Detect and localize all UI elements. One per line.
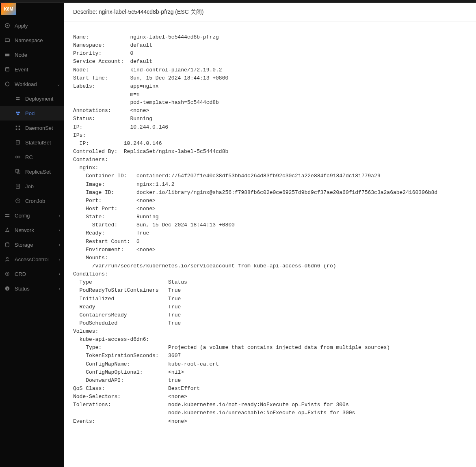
nav-label: ReplicaSet xyxy=(25,169,51,175)
chevron-down-icon: ⌄ xyxy=(57,82,60,86)
svg-point-43 xyxy=(6,273,8,275)
statefulset-icon xyxy=(15,139,21,146)
namespace-icon xyxy=(4,37,11,43)
topbar xyxy=(0,0,476,3)
nav-label: Pod xyxy=(25,110,35,116)
svg-point-1 xyxy=(6,25,8,26)
nav-label: CronJob xyxy=(25,198,45,204)
chevron-right-icon: › xyxy=(59,257,60,262)
job-icon xyxy=(15,183,21,189)
chevron-right-icon: › xyxy=(59,286,60,291)
event-icon xyxy=(4,66,11,73)
nav-accesscontrol[interactable]: AccessControl› xyxy=(0,252,64,267)
svg-rect-16 xyxy=(16,129,17,130)
nav-label: Apply xyxy=(15,23,28,29)
svg-point-31 xyxy=(6,214,7,215)
nav-workload[interactable]: Workload⌄ xyxy=(0,77,64,91)
svg-rect-10 xyxy=(16,99,20,100)
nav-event[interactable]: Event xyxy=(0,62,64,77)
nav-label: DaemonSet xyxy=(25,125,53,131)
nav-label: Event xyxy=(15,67,28,73)
describe-output: Name: nginx-label-5c5444cd8b-pfrzg Names… xyxy=(73,33,467,426)
replicaset-icon xyxy=(15,168,21,175)
nav-label: Deployment xyxy=(25,96,53,102)
nav-label: StatefulSet xyxy=(25,140,51,146)
svg-point-20 xyxy=(16,156,18,158)
nav-config[interactable]: Config› xyxy=(0,208,64,223)
nav-namespace[interactable]: Namespace xyxy=(0,33,64,47)
svg-text:i: i xyxy=(7,287,8,291)
svg-rect-14 xyxy=(16,126,17,127)
page-title: Describe: nginx-label-5c5444cd8b-pfrzg (… xyxy=(73,9,203,15)
cronjob-icon xyxy=(15,198,21,204)
svg-rect-18 xyxy=(16,141,20,144)
nav-apply[interactable]: Apply xyxy=(0,18,64,33)
svg-point-13 xyxy=(17,113,19,115)
nav-label: Status xyxy=(15,286,30,292)
svg-point-33 xyxy=(7,216,9,217)
node-icon xyxy=(4,52,11,58)
svg-rect-9 xyxy=(16,97,20,99)
nav-label: Network xyxy=(15,227,34,233)
nav-statefulset[interactable]: StatefulSet xyxy=(0,135,64,150)
nav-label: Storage xyxy=(15,242,33,248)
svg-point-40 xyxy=(6,243,9,244)
pod-icon xyxy=(15,110,21,116)
nav-job[interactable]: Job xyxy=(0,179,64,194)
svg-line-37 xyxy=(6,228,8,232)
svg-rect-2 xyxy=(5,39,10,42)
deployment-icon xyxy=(15,95,21,102)
nav-deployment[interactable]: Deployment xyxy=(0,91,64,106)
chevron-right-icon: › xyxy=(59,272,60,276)
nav-label: Job xyxy=(25,183,34,189)
nav-network[interactable]: Network› xyxy=(0,223,64,237)
rc-icon xyxy=(15,154,21,160)
svg-line-38 xyxy=(7,228,9,232)
sidebar: K8M ApplyNamespaceNodeEventWorkload⌄Depl… xyxy=(0,3,64,467)
nav-storage[interactable]: Storage› xyxy=(0,237,64,252)
nav-pod[interactable]: Pod xyxy=(0,106,64,121)
nav-node[interactable]: Node xyxy=(0,47,64,62)
nav-label: Workload xyxy=(15,81,37,87)
nav-replicaset[interactable]: ReplicaSet xyxy=(0,164,64,179)
apply-icon xyxy=(4,22,11,29)
nav-label: CRD xyxy=(15,271,26,277)
crd-icon xyxy=(4,271,11,277)
status-icon: i xyxy=(4,285,11,292)
accesscontrol-icon xyxy=(4,256,11,263)
nav-crd[interactable]: CRD› xyxy=(0,267,64,281)
svg-rect-15 xyxy=(19,126,20,127)
config-icon xyxy=(4,212,11,219)
nav-status[interactable]: iStatus› xyxy=(0,281,64,296)
daemonset-icon xyxy=(15,125,21,131)
svg-rect-4 xyxy=(5,55,10,56)
nav-rc[interactable]: RC xyxy=(0,150,64,164)
chevron-right-icon: › xyxy=(59,243,60,247)
svg-rect-17 xyxy=(19,129,20,130)
workload-icon xyxy=(4,81,11,87)
main-panel: Describe: nginx-label-5c5444cd8b-pfrzg (… xyxy=(64,3,476,467)
describe-content: Name: nginx-label-5c5444cd8b-pfrzg Names… xyxy=(64,22,476,467)
chevron-right-icon: › xyxy=(59,213,60,218)
nav-label: Namespace xyxy=(15,37,43,43)
network-icon xyxy=(4,227,11,233)
nav-label: AccessControl xyxy=(15,256,49,263)
nav-label: Config xyxy=(15,213,30,219)
nav-label: Node xyxy=(15,52,27,58)
svg-point-21 xyxy=(18,156,20,158)
svg-point-12 xyxy=(18,112,19,113)
nav-daemonset[interactable]: DaemonSet xyxy=(0,121,64,135)
chevron-right-icon: › xyxy=(59,228,60,232)
svg-rect-5 xyxy=(6,68,9,71)
nav-cronjob[interactable]: CronJob xyxy=(0,194,64,208)
svg-rect-3 xyxy=(5,54,10,55)
storage-icon xyxy=(4,241,11,248)
svg-point-41 xyxy=(6,257,8,259)
svg-point-11 xyxy=(16,112,17,113)
nav-label: RC xyxy=(25,154,33,160)
app-logo[interactable]: K8M xyxy=(1,3,16,15)
page-header: Describe: nginx-label-5c5444cd8b-pfrzg (… xyxy=(64,3,476,22)
